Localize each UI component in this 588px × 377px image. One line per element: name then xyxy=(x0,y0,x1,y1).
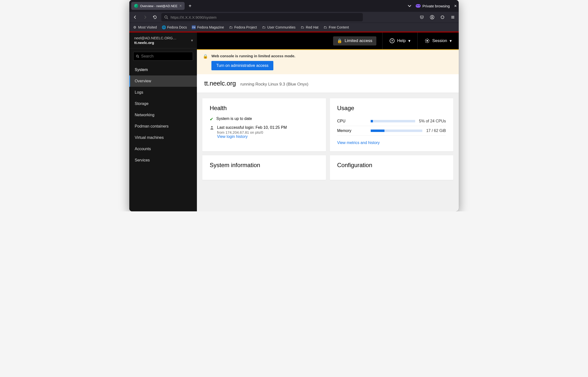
new-tab-button[interactable]: + xyxy=(187,2,193,10)
tab-favicon-icon xyxy=(134,4,138,8)
bookmark-free-content[interactable]: 🗀Free Content xyxy=(323,25,349,29)
host-user: neel@AD.NEELC.ORG… xyxy=(134,36,192,40)
last-login: Last successful login: Feb 10, 01:25 PM xyxy=(217,125,287,130)
sidebar-search[interactable] xyxy=(133,52,193,61)
limited-access-button[interactable]: 🔒 Limited access xyxy=(333,36,376,45)
metrics-link[interactable]: View metrics and history xyxy=(337,141,380,145)
bookmark-fedora-project[interactable]: 🗀Fedora Project xyxy=(229,25,257,29)
close-tab-icon[interactable]: × xyxy=(179,4,182,8)
app-header: 🔒 Limited access ? Help ▾ Session ▾ xyxy=(197,32,459,49)
tab-title: Overview - neel@AD.NEE xyxy=(140,4,177,8)
usage-row-cpu: CPU 5% of 24 CPUs xyxy=(337,116,446,126)
reload-button[interactable] xyxy=(151,14,158,21)
host-selector[interactable]: neel@AD.NEELC.ORG… tt.neelc.org ▾ xyxy=(129,32,197,48)
bookmark-red-hat[interactable]: 🗀Red Hat xyxy=(300,25,318,29)
sidebar-item-logs[interactable]: Logs xyxy=(129,87,197,98)
gear-icon: ⚙ xyxy=(133,25,137,29)
sidebar-item-overview[interactable]: Overview xyxy=(129,75,197,87)
caret-down-icon: ▾ xyxy=(408,38,411,44)
close-window-icon[interactable]: × xyxy=(454,3,457,9)
sidebar-item-storage[interactable]: Storage xyxy=(129,98,197,109)
pocket-icon[interactable] xyxy=(418,14,425,21)
url-text: https://X.X.X.X:9090/system xyxy=(171,15,217,19)
lock-icon: 🔒 xyxy=(337,38,342,44)
health-title: Health xyxy=(210,105,319,112)
help-icon: ? xyxy=(389,38,395,44)
browser-tab-bar: Overview - neel@AD.NEE × + Private brows… xyxy=(129,0,459,12)
sidebar-section-system[interactable]: System xyxy=(129,64,197,75)
bookmark-fedora-magazine[interactable]: FMFedora Magazine xyxy=(192,25,224,29)
user-icon xyxy=(210,125,214,130)
usage-title: Usage xyxy=(337,105,446,112)
gear-icon xyxy=(425,38,430,44)
admin-access-button[interactable]: Turn on administrative access xyxy=(211,61,273,70)
health-card: Health ✔ System is up to date Last succe… xyxy=(202,98,326,151)
config-title: Configuration xyxy=(337,162,446,169)
bookmarks-bar: ⚙Most Visited 🌐Fedora Docs FMFedora Maga… xyxy=(129,23,459,31)
lock-icon: 🔒 xyxy=(203,54,208,59)
folder-icon: 🗀 xyxy=(323,25,327,29)
folder-icon: 🗀 xyxy=(229,25,233,29)
usage-card: Usage CPU 5% of 24 CPUs Memory 17 / 62 G… xyxy=(330,98,454,151)
folder-icon: 🗀 xyxy=(262,25,266,29)
chevron-down-icon: ▾ xyxy=(191,38,193,43)
tab-list-icon[interactable] xyxy=(408,5,411,7)
url-bar[interactable]: https://X.X.X.X:9090/system xyxy=(161,13,363,21)
svg-point-2 xyxy=(431,16,433,17)
sidebar-item-accounts[interactable]: Accounts xyxy=(129,143,197,155)
search-icon xyxy=(136,54,139,58)
account-icon[interactable] xyxy=(429,14,436,21)
alert-message: Web console is running in limited access… xyxy=(211,54,295,58)
bookmark-user-communities[interactable]: 🗀User Communities xyxy=(262,25,295,29)
sidebar-item-networking[interactable]: Networking xyxy=(129,109,197,121)
globe-icon: 🌐 xyxy=(162,25,166,29)
sysinfo-card: System information xyxy=(202,155,326,180)
help-button[interactable]: ? Help ▾ xyxy=(382,32,417,49)
extensions-icon[interactable] xyxy=(439,14,446,21)
health-status: System is up to date xyxy=(216,116,252,121)
bookmark-fedora-docs[interactable]: 🌐Fedora Docs xyxy=(162,25,187,29)
svg-text:?: ? xyxy=(391,39,393,43)
host-name: tt.neelc.org xyxy=(134,41,192,45)
memory-bar xyxy=(371,130,422,132)
main-content: 🔒 Limited access ? Help ▾ Session ▾ 🔒 xyxy=(197,32,459,211)
search-input[interactable] xyxy=(141,54,190,58)
forward-button[interactable] xyxy=(142,14,148,21)
svg-point-3 xyxy=(136,55,138,57)
svg-point-6 xyxy=(426,40,428,42)
login-history-link[interactable]: View login history xyxy=(217,134,248,139)
session-button[interactable]: Session ▾ xyxy=(417,32,459,49)
page-title-bar: tt.neelc.org running Rocky Linux 9.3 (Bl… xyxy=(197,74,459,93)
svg-point-7 xyxy=(211,126,213,128)
sidebar-item-podman[interactable]: Podman containers xyxy=(129,121,197,132)
bookmark-most-visited[interactable]: ⚙Most Visited xyxy=(133,25,157,29)
fm-icon: FM xyxy=(192,25,196,29)
sidebar: neel@AD.NEELC.ORG… tt.neelc.org ▾ System… xyxy=(129,32,197,211)
search-icon xyxy=(164,15,168,19)
sidebar-item-vms[interactable]: Virtual machines xyxy=(129,132,197,143)
mask-icon xyxy=(416,4,421,8)
config-card: Configuration xyxy=(330,155,454,180)
back-button[interactable] xyxy=(132,14,139,21)
browser-nav-bar: https://X.X.X.X:9090/system xyxy=(129,12,459,23)
svg-point-0 xyxy=(165,16,167,18)
caret-down-icon: ▾ xyxy=(450,38,452,44)
page-host: tt.neelc.org xyxy=(204,80,236,87)
sidebar-item-services[interactable]: Services xyxy=(129,155,197,166)
page-os: running Rocky Linux 9.3 (Blue Onyx) xyxy=(240,82,309,87)
check-icon: ✔ xyxy=(210,116,213,122)
menu-icon[interactable] xyxy=(449,14,456,21)
usage-row-memory: Memory 17 / 62 GiB xyxy=(337,126,446,136)
browser-tab[interactable]: Overview - neel@AD.NEE × xyxy=(131,2,185,10)
folder-icon: 🗀 xyxy=(300,25,304,29)
last-login-from: from 174.204.67.81 on pts/0 xyxy=(217,130,287,134)
cpu-bar xyxy=(371,120,415,122)
sysinfo-title: System information xyxy=(210,162,319,169)
private-browsing-label: Private browsing xyxy=(416,4,450,8)
limited-access-alert: 🔒 Web console is running in limited acce… xyxy=(197,50,459,74)
